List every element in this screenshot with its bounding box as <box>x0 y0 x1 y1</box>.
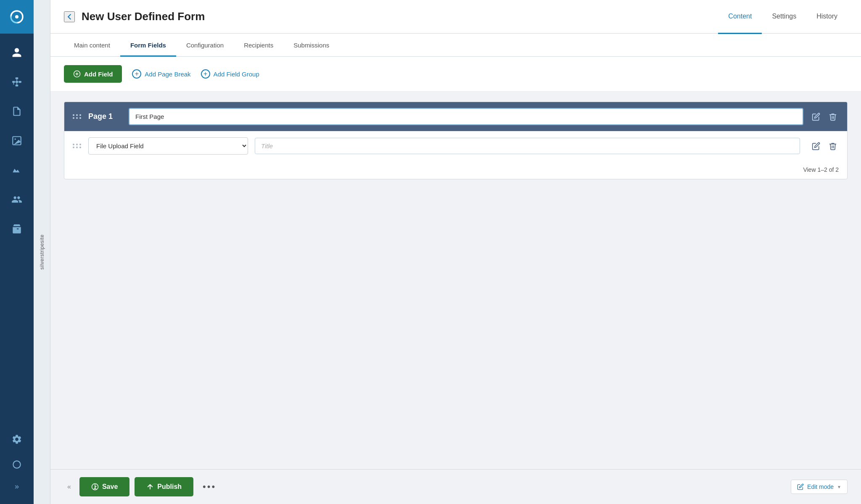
svg-rect-1 <box>16 77 18 79</box>
field-drag-handle[interactable] <box>73 144 82 148</box>
page-header: Page 1 <box>64 102 847 131</box>
sidebar-item-groups[interactable] <box>0 185 34 214</box>
svg-point-11 <box>13 461 20 468</box>
field-type-select[interactable]: File Upload Field Text Field Email Field… <box>88 137 248 155</box>
edit-mode-label: Edit mode <box>807 483 834 490</box>
action-bar: Add Field + Add Page Break + Add Field G… <box>50 57 861 92</box>
sidebar-item-user[interactable] <box>0 38 34 67</box>
field-delete-button[interactable] <box>827 140 839 152</box>
main-area: New User Defined Form Content Settings H… <box>50 0 861 504</box>
tab-form-fields[interactable]: Form Fields <box>120 34 176 57</box>
bottom-bar: « Save Publish ••• Edit mode ▼ <box>50 469 861 504</box>
sidebar-bottom: » <box>0 427 34 504</box>
page-drag-handle[interactable] <box>73 114 82 119</box>
edit-mode-button[interactable]: Edit mode ▼ <box>791 480 848 494</box>
page-actions <box>810 111 839 123</box>
page-block: Page 1 <box>64 102 848 179</box>
sidebar-item-settings[interactable] <box>0 427 34 452</box>
tab-settings[interactable]: Settings <box>762 0 806 34</box>
tab-main-content[interactable]: Main content <box>64 34 120 57</box>
back-button[interactable] <box>64 11 75 22</box>
tab-submissions[interactable]: Submissions <box>283 34 339 57</box>
sidebar-item-pages[interactable] <box>0 97 34 126</box>
add-field-group-label: Add Field Group <box>214 71 259 78</box>
publish-label: Publish <box>157 483 182 491</box>
sidebar-item-media[interactable] <box>0 126 34 155</box>
sidebar: » <box>0 0 34 504</box>
svg-point-0 <box>15 15 18 18</box>
add-field-button[interactable]: Add Field <box>64 65 122 83</box>
view-count: View 1–2 of 2 <box>64 160 847 179</box>
site-label-bar: silverstripesite <box>34 0 50 504</box>
field-row: File Upload Field Text Field Email Field… <box>64 131 847 160</box>
form-content: Page 1 <box>50 92 861 469</box>
svg-rect-5 <box>16 85 18 87</box>
field-actions <box>810 140 839 152</box>
sidebar-item-analytics[interactable] <box>0 155 34 185</box>
sidebar-item-sitemap[interactable] <box>0 67 34 97</box>
add-field-group-button[interactable]: + Add Field Group <box>201 69 259 79</box>
page-name-input[interactable] <box>129 108 803 125</box>
content-tabs-bar: Main content Form Fields Configuration R… <box>50 34 861 57</box>
tab-recipients[interactable]: Recipients <box>234 34 283 57</box>
topbar: New User Defined Form Content Settings H… <box>50 0 861 34</box>
more-options-button[interactable]: ••• <box>198 480 220 494</box>
add-field-group-icon: + <box>201 69 210 79</box>
tab-configuration[interactable]: Configuration <box>176 34 234 57</box>
save-label: Save <box>102 483 118 491</box>
tab-content[interactable]: Content <box>718 0 762 34</box>
add-field-label: Add Field <box>84 71 113 78</box>
dropdown-arrow: ▼ <box>837 485 841 489</box>
svg-point-10 <box>15 139 16 140</box>
svg-rect-2 <box>12 81 15 83</box>
page-delete-button[interactable] <box>827 111 839 123</box>
add-page-break-label: Add Page Break <box>145 71 190 78</box>
site-label: silverstripesite <box>39 234 45 270</box>
field-title-input[interactable] <box>255 138 800 154</box>
add-page-break-button[interactable]: + Add Page Break <box>132 69 190 79</box>
logo[interactable] <box>0 0 34 34</box>
svg-rect-3 <box>16 81 18 83</box>
page-edit-button[interactable] <box>810 111 822 123</box>
sidebar-nav <box>0 34 34 427</box>
save-button[interactable]: Save <box>79 477 129 496</box>
sidebar-item-archive[interactable] <box>0 214 34 244</box>
sidebar-collapse-button[interactable]: » <box>0 477 34 496</box>
add-page-break-icon: + <box>132 69 141 79</box>
page-title: New User Defined Form <box>82 10 718 23</box>
svg-rect-4 <box>18 81 21 83</box>
field-edit-button[interactable] <box>810 140 822 152</box>
tab-history[interactable]: History <box>806 0 848 34</box>
collapse-left-button[interactable]: « <box>64 481 74 492</box>
topbar-tabs: Content Settings History <box>718 0 848 34</box>
page-label: Page 1 <box>88 112 122 121</box>
sidebar-item-circle[interactable] <box>0 452 34 477</box>
publish-button[interactable]: Publish <box>135 477 193 496</box>
